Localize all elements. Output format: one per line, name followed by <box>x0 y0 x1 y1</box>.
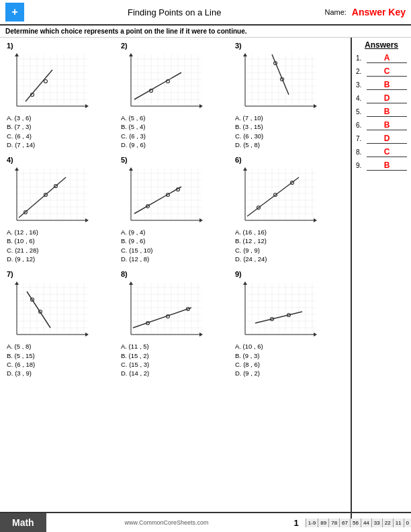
graph-3 <box>235 51 322 112</box>
choice-3c: C. (6 , 30) <box>235 132 344 140</box>
answer-line: C <box>367 66 407 77</box>
answer-item: 8.C <box>356 146 407 158</box>
svg-line-75 <box>272 54 289 95</box>
choice-7c: C. (6 , 18) <box>7 360 116 369</box>
main-content: 1) <box>0 38 411 523</box>
problem-row-2: 4) <box>4 154 347 265</box>
problem-8: 8) <box>118 269 232 379</box>
answer-item: 5.B <box>356 106 407 118</box>
graph-5 <box>121 165 208 226</box>
answer-line: B <box>367 161 407 171</box>
choice-6b: B. (12 , 12) <box>235 236 344 245</box>
answer-num: 6. <box>356 122 367 129</box>
answers-title: Answers <box>356 40 407 50</box>
svg-marker-154 <box>314 218 317 222</box>
answer-num: 3. <box>356 81 367 89</box>
choice-9d: D. (9 , 2) <box>235 369 344 378</box>
footer-math-label: Math <box>0 513 46 532</box>
choice-1a: A. (3 , 6) <box>7 114 116 122</box>
choice-2d: D. (9 , 6) <box>121 140 230 149</box>
score-cell: 89 <box>318 519 328 527</box>
footer-url: www.CommonCoreSheets.com <box>46 519 287 526</box>
svg-line-208 <box>133 308 191 328</box>
graph-6 <box>235 165 322 226</box>
choice-5d: D. (12 , 8) <box>121 255 230 263</box>
choice-2c: C. (6 , 3) <box>121 132 230 140</box>
problem-2-num: 2) <box>121 42 230 50</box>
choice-1c: C. (6 , 4) <box>7 132 116 140</box>
answer-item: 4.D <box>356 93 407 104</box>
problem-4: 4) <box>4 154 118 265</box>
answer-num: 1. <box>356 54 367 62</box>
svg-marker-22 <box>85 104 89 108</box>
choice-2a: A. (5 , 6) <box>121 114 230 122</box>
score-cell: 22 <box>382 519 393 527</box>
choice-3b: B. (3 , 15) <box>235 122 344 131</box>
choice-6a: A. (16 , 16) <box>235 228 344 236</box>
choice-3a: A. (7 , 10) <box>235 114 344 122</box>
problem-2-choices: A. (5 , 6) B. (5 , 4) C. (6 , 3) D. (9 ,… <box>121 114 230 149</box>
problem-9-num: 9) <box>235 270 344 278</box>
problem-2: 2) <box>118 40 232 150</box>
score-cell: 1-9 <box>306 519 318 527</box>
score-cell: 78 <box>328 519 339 527</box>
answer-item: 7.D <box>356 133 407 144</box>
answer-num: 5. <box>356 108 367 116</box>
problem-1: 1) <box>4 40 118 150</box>
score-cell: 33 <box>371 519 382 527</box>
graph-2 <box>121 51 208 112</box>
answer-val: C <box>384 66 390 76</box>
answer-item: 9.B <box>356 160 407 171</box>
problem-9-choices: A. (10 , 6) B. (9 , 3) C. (8 , 6) D. (9 … <box>235 342 344 378</box>
svg-line-23 <box>26 70 52 101</box>
answer-val: B <box>384 80 390 89</box>
svg-marker-234 <box>314 332 317 337</box>
svg-marker-126 <box>129 167 133 171</box>
problem-7-choices: A. (5 , 8) B. (5 , 15) C. (6 , 18) D. (3… <box>7 342 116 378</box>
svg-line-101 <box>19 177 66 218</box>
header: + Finding Points on a Line Name: Answer … <box>0 0 411 26</box>
svg-marker-100 <box>85 218 89 222</box>
svg-marker-153 <box>243 167 247 171</box>
choice-4a: A. (12 , 16) <box>7 228 116 236</box>
answer-line: A <box>367 53 407 63</box>
page-title: Finding Points on a Line <box>24 7 324 17</box>
answer-num: 4. <box>356 95 367 102</box>
graph-9 <box>235 279 322 340</box>
problem-6-choices: A. (16 , 16) B. (12 , 12) C. (9 , 9) D. … <box>235 228 344 263</box>
answers-list: 1.A2.C3.B4.D5.B6.B7.D8.C9.B <box>356 52 407 171</box>
problem-5-num: 5) <box>121 156 230 164</box>
score-cell: 56 <box>350 519 361 527</box>
svg-line-155 <box>247 177 299 216</box>
problem-1-choices: A. (3 , 6) B. (7 , 3) C. (6 , 4) D. (7 ,… <box>7 114 116 149</box>
problem-7-num: 7) <box>7 270 116 278</box>
answer-val: C <box>384 147 390 157</box>
svg-marker-181 <box>85 332 89 337</box>
answer-line: B <box>367 80 407 90</box>
choice-8a: A. (11 , 5) <box>121 342 230 351</box>
footer: Math www.CommonCoreSheets.com 1 1-989786… <box>0 512 411 532</box>
answer-num: 7. <box>356 135 367 142</box>
svg-marker-99 <box>15 167 19 171</box>
score-cell: 0 <box>404 519 411 527</box>
choice-8d: D. (14 , 2) <box>121 369 230 378</box>
answer-line: C <box>367 147 407 157</box>
choice-9a: A. (10 , 6) <box>235 342 344 351</box>
answer-val: A <box>384 53 390 62</box>
svg-marker-206 <box>129 281 133 285</box>
footer-page: 1 <box>287 518 306 528</box>
problem-4-choices: A. (12 , 16) B. (10 , 6) C. (21 , 28) D.… <box>7 228 116 263</box>
choice-6d: D. (24 , 24) <box>235 255 344 263</box>
svg-marker-127 <box>199 218 203 222</box>
answer-line: B <box>367 107 407 117</box>
problem-8-choices: A. (11 , 5) B. (15 , 2) C. (15 , 3) D. (… <box>121 342 230 378</box>
logo-symbol: + <box>11 6 17 18</box>
choice-4b: B. (10 , 6) <box>7 236 116 245</box>
svg-marker-233 <box>243 281 247 285</box>
answer-num: 2. <box>356 68 367 75</box>
choice-6c: C. (9 , 9) <box>235 246 344 255</box>
answer-val: B <box>384 161 390 170</box>
svg-marker-21 <box>15 53 19 56</box>
answer-item: 1.A <box>356 52 407 64</box>
problem-3: 3) <box>232 40 347 150</box>
